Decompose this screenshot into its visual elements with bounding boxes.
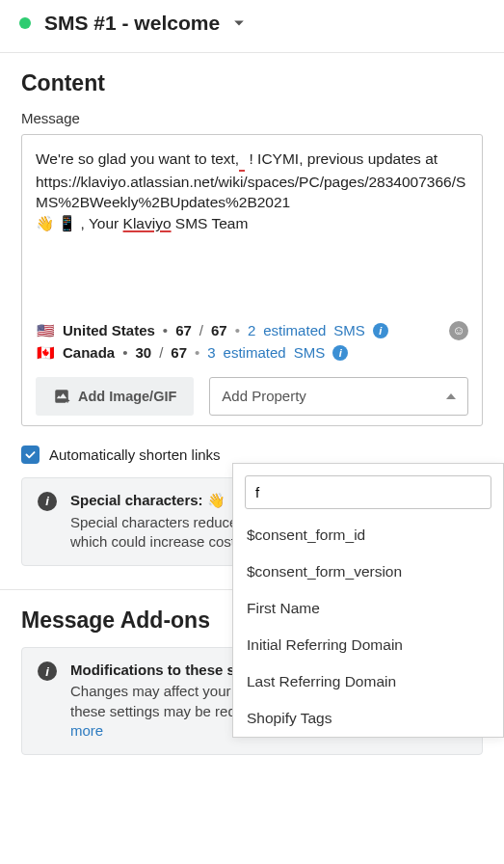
- dropdown-item[interactable]: Shopify Tags: [233, 700, 503, 737]
- country-row-us: 🇺🇸 United States • 67 / 67 • 2 estimated…: [36, 321, 468, 340]
- property-search[interactable]: [245, 475, 491, 509]
- dropdown-item[interactable]: $consent_form_id: [233, 517, 503, 554]
- flag-us-icon: 🇺🇸: [36, 322, 55, 339]
- page-header: SMS #1 - welcome: [0, 0, 504, 53]
- message-editor[interactable]: We're so glad you want to text,. ! ICYMI…: [21, 134, 483, 426]
- char-count: 67: [175, 322, 192, 338]
- sep-dot: •: [163, 322, 168, 338]
- content-heading: Content: [21, 70, 483, 96]
- caret-up-icon: [446, 393, 456, 399]
- emoji-picker-icon[interactable]: ☺: [449, 321, 468, 340]
- sms-label: SMS: [294, 344, 326, 361]
- dropdown-item[interactable]: First Name: [233, 590, 503, 627]
- msg-d: Klaviyo: [123, 215, 172, 231]
- add-property-label: Add Property: [222, 388, 306, 404]
- page-root: SMS #1 - welcome Content Message We're s…: [0, 0, 504, 755]
- shorten-links-checkbox[interactable]: [21, 446, 40, 464]
- info-icon[interactable]: i: [373, 323, 388, 338]
- char-max: 67: [171, 344, 187, 361]
- slash: /: [159, 344, 163, 361]
- char-max: 67: [211, 322, 227, 338]
- char-count: 30: [135, 344, 151, 361]
- cursor-marker: .: [239, 148, 245, 172]
- country-name: Canada: [63, 344, 115, 361]
- info-filled-icon: i: [38, 492, 57, 511]
- sep-dot: •: [235, 322, 240, 338]
- country-row-ca: 🇨🇦 Canada • 30 / 67 • 3 estimated SMS i: [36, 344, 468, 362]
- msg-a: We're so glad you want to text,: [36, 150, 239, 167]
- checkmark-icon: [24, 448, 37, 461]
- sep-dot: •: [195, 344, 199, 361]
- shorten-links-row: Automatically shorten links: [21, 446, 483, 464]
- add-property-select[interactable]: Add Property: [209, 377, 468, 416]
- add-image-label: Add Image/GIF: [78, 389, 176, 404]
- dropdown-item[interactable]: $consent_form_version: [233, 554, 503, 590]
- msg-e: SMS Team: [172, 215, 249, 231]
- property-dropdown: $consent_form_id $consent_form_version F…: [232, 463, 504, 738]
- editor-actions: Add Image/GIF Add Property: [36, 377, 468, 416]
- content-section: Content Message We're so glad you want t…: [0, 53, 504, 426]
- msg-c: 👋 📱 , Your: [36, 215, 123, 231]
- flag-ca-icon: 🇨🇦: [36, 344, 55, 362]
- country-name: United States: [63, 322, 155, 338]
- segment-count: 2: [248, 322, 255, 338]
- segment-count: 3: [207, 344, 215, 361]
- info-icon[interactable]: i: [332, 345, 348, 361]
- sms-label: SMS: [333, 322, 365, 338]
- add-image-button[interactable]: Add Image/GIF: [36, 377, 194, 416]
- sep-dot: •: [122, 344, 127, 361]
- dropdown-item[interactable]: Last Referring Domain: [233, 663, 503, 700]
- estimated-label[interactable]: estimated: [224, 344, 286, 361]
- page-title: SMS #1 - welcome: [44, 12, 220, 35]
- status-dot-icon: [19, 17, 31, 29]
- shorten-links-label: Automatically shorten links: [49, 446, 221, 463]
- property-search-input[interactable]: [255, 484, 481, 500]
- image-plus-icon: [53, 388, 70, 405]
- slash: /: [199, 322, 203, 338]
- estimated-label[interactable]: estimated: [263, 322, 326, 338]
- caret-down-icon[interactable]: [233, 17, 245, 29]
- message-text[interactable]: We're so glad you want to text,. ! ICYMI…: [36, 148, 468, 234]
- info-filled-icon: i: [38, 662, 57, 681]
- dropdown-item[interactable]: Initial Referring Domain: [233, 627, 503, 663]
- message-label: Message: [21, 110, 483, 126]
